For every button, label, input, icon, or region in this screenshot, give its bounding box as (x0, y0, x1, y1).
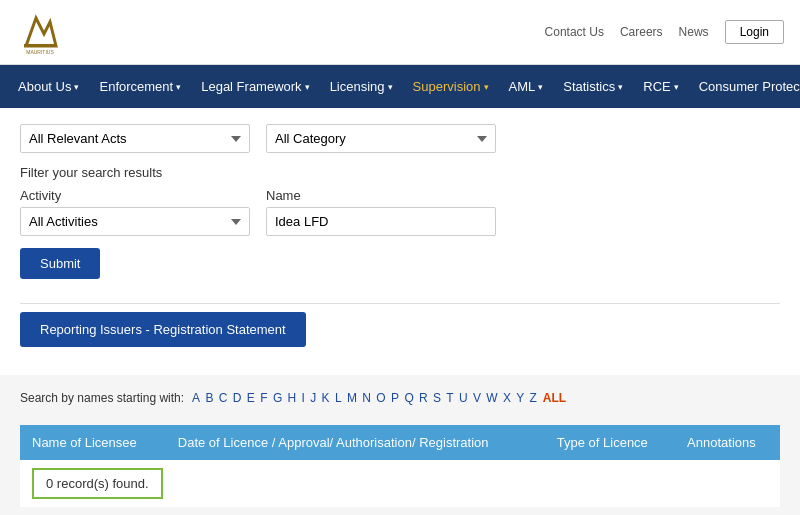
alpha-letters: A B C D E F G H I J K L M N O P Q R S T … (192, 391, 539, 405)
alpha-letter-x[interactable]: X (503, 391, 511, 405)
alpha-letter-o[interactable]: O (376, 391, 385, 405)
results-table: Name of Licensee Date of Licence / Appro… (20, 425, 780, 507)
alpha-letter-n[interactable]: N (362, 391, 371, 405)
filter-fields: Activity All Activities Name (20, 188, 780, 236)
filter-title: Filter your search results (20, 165, 780, 180)
rce-arrow-icon: ▾ (674, 82, 679, 92)
name-input[interactable] (266, 207, 496, 236)
enforcement-arrow-icon: ▾ (176, 82, 181, 92)
alpha-letter-t[interactable]: T (446, 391, 453, 405)
alpha-letter-b[interactable]: B (205, 391, 213, 405)
alpha-letter-e[interactable]: E (247, 391, 255, 405)
alpha-letter-y[interactable]: Y (516, 391, 524, 405)
alpha-letter-r[interactable]: R (419, 391, 428, 405)
alpha-letter-j[interactable]: J (310, 391, 316, 405)
licensing-arrow-icon: ▾ (388, 82, 393, 92)
statistics-arrow-icon: ▾ (618, 82, 623, 92)
alpha-letter-f[interactable]: F (260, 391, 267, 405)
submit-button[interactable]: Submit (20, 248, 100, 279)
table-header-row: Name of Licensee Date of Licence / Appro… (20, 425, 780, 460)
svg-text:MAURITIUS: MAURITIUS (26, 49, 54, 55)
nav-item-supervision[interactable]: Supervision▾ (403, 65, 499, 108)
alpha-letter-d[interactable]: D (233, 391, 242, 405)
alpha-section: Search by names starting with: A B C D E… (0, 375, 800, 425)
col-name-of-licensee: Name of Licensee (20, 425, 166, 460)
alpha-letter-q[interactable]: Q (404, 391, 413, 405)
logo-area: MAURITIUS (16, 8, 64, 56)
about-us-arrow-icon: ▾ (74, 82, 79, 92)
alpha-letter-z[interactable]: Z (529, 391, 536, 405)
alpha-all-link[interactable]: ALL (543, 391, 566, 405)
divider (20, 303, 780, 304)
nav-item-licensing[interactable]: Licensing▾ (320, 65, 403, 108)
alpha-row: Search by names starting with: A B C D E… (20, 391, 780, 405)
alpha-letter-m[interactable]: M (347, 391, 357, 405)
alpha-label: Search by names starting with: (20, 391, 184, 405)
alpha-letter-a[interactable]: A (192, 391, 200, 405)
fsc-logo-icon: MAURITIUS (16, 8, 64, 56)
table-row: 0 record(s) found. (20, 460, 780, 507)
alpha-letter-p[interactable]: P (391, 391, 399, 405)
table-head: Name of Licensee Date of Licence / Appro… (20, 425, 780, 460)
alpha-letter-i[interactable]: I (302, 391, 305, 405)
alpha-letter-s[interactable]: S (433, 391, 441, 405)
login-button[interactable]: Login (725, 20, 784, 44)
nav-item-consumer-protection[interactable]: Consumer Protection▾ (689, 65, 800, 108)
nav-item-enforcement[interactable]: Enforcement▾ (89, 65, 191, 108)
name-field: Name (266, 188, 496, 236)
nav-item-about-us[interactable]: About Us▾ (8, 65, 89, 108)
activity-label: Activity (20, 188, 250, 203)
table-body: 0 record(s) found. (20, 460, 780, 507)
records-found-cell: 0 record(s) found. (20, 460, 780, 507)
nav-item-aml[interactable]: AML▾ (499, 65, 554, 108)
activity-select[interactable]: All Activities (20, 207, 250, 236)
activity-field: Activity All Activities (20, 188, 250, 236)
nav-item-statistics[interactable]: Statistics▾ (553, 65, 633, 108)
category-select[interactable]: All Category (266, 124, 496, 153)
registration-statement-button[interactable]: Reporting Issuers - Registration Stateme… (20, 312, 306, 347)
name-label: Name (266, 188, 496, 203)
records-found-badge: 0 record(s) found. (32, 468, 163, 499)
alpha-letter-g[interactable]: G (273, 391, 282, 405)
alpha-letter-l[interactable]: L (335, 391, 342, 405)
alpha-letter-w[interactable]: W (486, 391, 497, 405)
nav-item-legal-framework[interactable]: Legal Framework▾ (191, 65, 319, 108)
col-annotations: Annotations (675, 425, 780, 460)
alpha-letter-c[interactable]: C (219, 391, 228, 405)
contact-us-link[interactable]: Contact Us (545, 25, 604, 39)
col-type-of-licence: Type of Licence (545, 425, 675, 460)
page-header: MAURITIUS Contact Us Careers News Login (0, 0, 800, 65)
svg-rect-2 (24, 44, 56, 47)
alpha-letter-h[interactable]: H (288, 391, 297, 405)
table-section: Name of Licensee Date of Licence / Appro… (0, 425, 800, 515)
alpha-letter-u[interactable]: U (459, 391, 468, 405)
nav-item-rce[interactable]: RCE▾ (633, 65, 688, 108)
acts-select[interactable]: All Relevant Acts (20, 124, 250, 153)
legal-framework-arrow-icon: ▾ (305, 82, 310, 92)
top-filter-row: All Relevant Acts All Category (20, 124, 780, 153)
supervision-arrow-icon: ▾ (484, 82, 489, 92)
news-link[interactable]: News (679, 25, 709, 39)
col-date-of-licence: Date of Licence / Approval/ Authorisatio… (166, 425, 545, 460)
main-nav: About Us▾ Enforcement▾ Legal Framework▾ … (0, 65, 800, 108)
careers-link[interactable]: Careers (620, 25, 663, 39)
header-right: Contact Us Careers News Login (545, 20, 784, 44)
alpha-letter-v[interactable]: V (473, 391, 481, 405)
alpha-letter-k[interactable]: K (322, 391, 330, 405)
main-content: All Relevant Acts All Category Filter yo… (0, 108, 800, 375)
aml-arrow-icon: ▾ (538, 82, 543, 92)
